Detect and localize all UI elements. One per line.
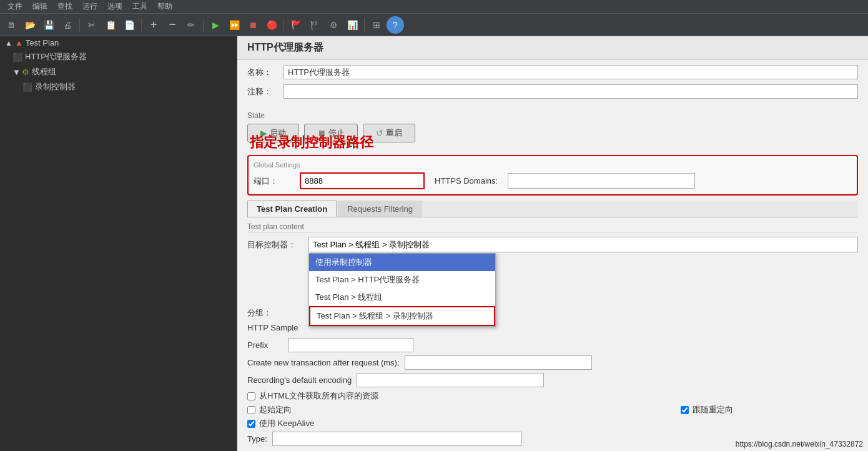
- dropdown-item-1[interactable]: Test Plan > HTTP代理服务器: [309, 271, 495, 289]
- restart-btn[interactable]: ↺ 重启: [363, 124, 415, 142]
- tree-item-recorder[interactable]: ⬛ 录制控制器: [0, 79, 237, 94]
- recorder-icon: ⬛: [22, 82, 32, 92]
- checkbox-row-keepalive: 使用 KeepAlive: [247, 418, 858, 429]
- cut-button[interactable]: ✂: [83, 16, 101, 34]
- chart-button[interactable]: 📊: [343, 16, 361, 34]
- port-label: 端口：: [254, 176, 285, 187]
- checkbox-redirect-label: 起始定向: [259, 404, 292, 415]
- prefix-label: Prefix: [247, 340, 279, 350]
- test-plan-content-header: Test plan content: [247, 222, 858, 233]
- menu-help[interactable]: 帮助: [152, 0, 177, 13]
- encoding-input[interactable]: [357, 373, 544, 387]
- remove-button[interactable]: −: [164, 16, 181, 34]
- open-button[interactable]: 📂: [21, 16, 39, 34]
- tree-label-recorder: 录制控制器: [35, 81, 76, 92]
- start-no-pause-button[interactable]: ⏩: [225, 16, 243, 34]
- restart-icon: ↺: [376, 128, 383, 138]
- port-row: 端口： HTTPS Domains:: [254, 172, 852, 189]
- checkbox-html-label: 从HTML文件获取所有内容的资源: [259, 390, 378, 402]
- checkbox-keepalive-label: 使用 KeepAlive: [259, 418, 314, 429]
- comment-input[interactable]: [284, 84, 858, 99]
- panel-title: HTTP代理服务器: [237, 36, 868, 60]
- copy-button[interactable]: 📋: [102, 16, 119, 34]
- main-layout: ▲ ▲ Test Plan ⬛ HTTP代理服务器 ▼ ⚙ 线程组 ⬛ 录制控制…: [0, 36, 868, 451]
- port-input[interactable]: [300, 172, 425, 189]
- start-button[interactable]: ▶: [207, 16, 224, 34]
- checkbox-html-resources[interactable]: [247, 392, 255, 400]
- dropdown-item-0[interactable]: 使用录制控制器: [309, 254, 495, 271]
- stop-btn[interactable]: ⏹ 停止: [304, 124, 358, 142]
- dropdown-item-2[interactable]: Test Plan > 线程组: [309, 289, 495, 306]
- start-btn-label: 启动: [270, 127, 286, 139]
- settings-button[interactable]: ⚙: [325, 16, 342, 34]
- menu-tools[interactable]: 工具: [127, 0, 152, 13]
- encoding-label: Recording's default encoding: [247, 375, 352, 385]
- checkbox-redirect[interactable]: [247, 406, 255, 414]
- sep5: [364, 18, 365, 32]
- tree-item-proxy[interactable]: ⬛ HTTP代理服务器: [0, 49, 237, 64]
- toolbar: 🗎 📂 💾 🖨 ✂ 📋 📄 + − ✏ ▶ ⏩ ⏹ 🔴 🚩 🏴 ⚙ 📊 ⊞ ?: [0, 14, 868, 36]
- dropdown-item-3[interactable]: Test Plan > 线程组 > 录制控制器: [309, 306, 495, 326]
- menu-find[interactable]: 查找: [52, 0, 77, 13]
- paste-button[interactable]: 📄: [121, 16, 138, 34]
- proxy-icon: ⬛: [12, 52, 22, 62]
- tab-test-plan-creation[interactable]: Test Plan Creation: [247, 201, 337, 217]
- testplan-icon: ▲: [15, 38, 23, 47]
- menu-options[interactable]: 选项: [102, 0, 127, 13]
- target-controller-label: 目标控制器：: [247, 239, 303, 250]
- table-button[interactable]: ⊞: [368, 16, 385, 34]
- content-panel: HTTP代理服务器 名称： 注释： State ▶ 启动 ⏹: [237, 36, 868, 451]
- tree-item-threadgroup[interactable]: ▼ ⚙ 线程组: [0, 64, 237, 79]
- start-icon: ▶: [260, 128, 267, 138]
- transaction-input[interactable]: [405, 355, 592, 370]
- name-row: 名称：: [247, 65, 858, 79]
- help-button[interactable]: ?: [387, 16, 404, 34]
- tree-label-testplan: Test Plan: [26, 38, 59, 47]
- stop-btn-label: 停止: [328, 127, 345, 139]
- flag1-button[interactable]: 🚩: [287, 16, 305, 34]
- stop-icon: ⏹: [317, 128, 326, 138]
- name-section: 名称： 注释：: [237, 60, 868, 109]
- shutdown-button[interactable]: 🔴: [263, 16, 280, 34]
- restart-btn-label: 重启: [386, 127, 402, 139]
- dropdown-overlay: 使用录制控制器 Test Plan > HTTP代理服务器 Test Plan …: [308, 253, 496, 327]
- type-input[interactable]: [272, 432, 522, 446]
- state-label: State: [247, 111, 858, 120]
- sep2: [141, 18, 142, 32]
- checkbox-follow-redirect[interactable]: [681, 406, 689, 414]
- name-input[interactable]: [284, 65, 858, 79]
- checkbox-keepalive[interactable]: [247, 420, 255, 428]
- new-button[interactable]: 🗎: [2, 16, 20, 34]
- menu-run[interactable]: 运行: [77, 0, 102, 13]
- tab-requests-filtering[interactable]: Requests Filtering: [338, 201, 422, 217]
- https-input[interactable]: [508, 173, 695, 189]
- grouping-label: 分组：: [247, 307, 303, 319]
- prefix-input[interactable]: [289, 338, 413, 352]
- prefix-row: Prefix: [247, 338, 858, 352]
- menu-file[interactable]: 文件: [2, 0, 27, 13]
- menu-edit[interactable]: 编辑: [27, 0, 52, 13]
- print-button[interactable]: 🖨: [59, 16, 76, 34]
- menubar: 文件 编辑 查找 运行 选项 工具 帮助: [0, 0, 868, 14]
- add-button[interactable]: +: [145, 16, 162, 34]
- http-sample-label: HTTP Sample: [247, 323, 298, 332]
- sep4: [284, 18, 284, 32]
- edit-button[interactable]: ✏: [182, 16, 200, 34]
- target-controller-input[interactable]: [308, 237, 858, 252]
- save-button[interactable]: 💾: [40, 16, 57, 34]
- state-section: State ▶ 启动 ⏹ 停止 ↺ 重启: [237, 109, 868, 152]
- start-btn[interactable]: ▶ 启动: [247, 124, 299, 142]
- type-label: Type:: [247, 434, 267, 444]
- state-buttons: ▶ 启动 ⏹ 停止 ↺ 重启: [247, 124, 858, 142]
- flag2-button[interactable]: 🏴: [306, 16, 323, 34]
- checkbox-row-redirect: 起始定向: [247, 404, 292, 415]
- tree-item-testplan[interactable]: ▲ ▲ Test Plan: [0, 36, 237, 49]
- sep1: [79, 18, 80, 32]
- expand-icon: ▼: [12, 67, 21, 77]
- encoding-row: Recording's default encoding: [247, 373, 858, 387]
- comment-row: 注释：: [247, 84, 858, 99]
- stop-button[interactable]: ⏹: [244, 16, 262, 34]
- tree-panel: ▲ ▲ Test Plan ⬛ HTTP代理服务器 ▼ ⚙ 线程组 ⬛ 录制控制…: [0, 36, 237, 451]
- checkbox-row-follow: 跟随重定向: [681, 404, 733, 415]
- global-settings: Global Settings 端口： HTTPS Domains:: [247, 155, 858, 196]
